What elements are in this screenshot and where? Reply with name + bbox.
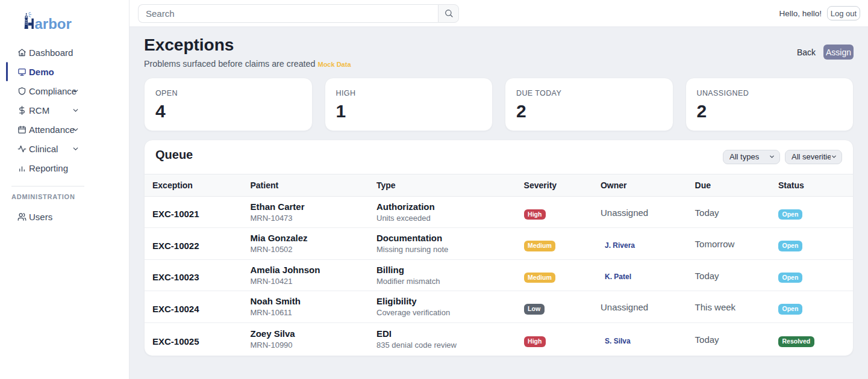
svg-text:arbor: arbor xyxy=(35,16,72,31)
